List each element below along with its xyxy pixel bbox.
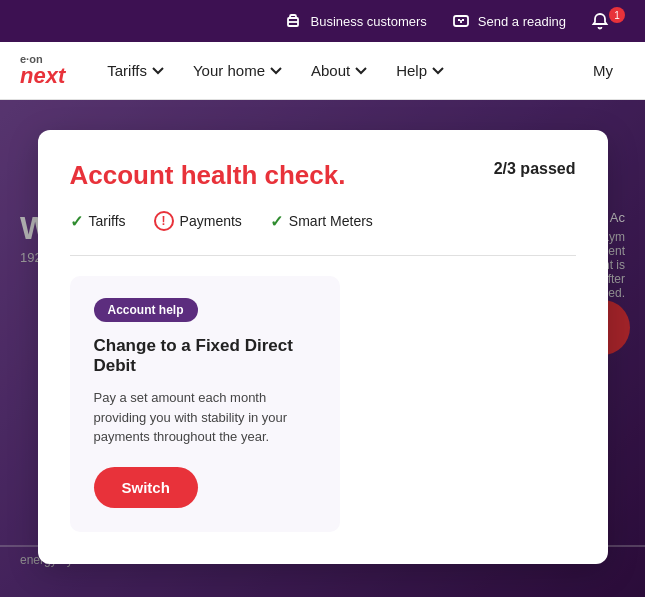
help-chevron-icon <box>431 64 445 78</box>
tariffs-label: Tariffs <box>107 62 147 79</box>
send-reading-label: Send a reading <box>478 14 566 29</box>
top-utility-bar: Business customers Send a reading 1 <box>0 0 645 42</box>
modal-score: 2/3 passed <box>494 160 576 178</box>
modal-header: Account health check. 2/3 passed <box>70 160 576 191</box>
account-help-card: Account help Change to a Fixed Direct De… <box>70 276 340 532</box>
modal-divider <box>70 255 576 256</box>
smart-meters-check-icon: ✓ <box>270 212 283 231</box>
business-customers-link[interactable]: Business customers <box>283 11 426 31</box>
nav-about[interactable]: About <box>299 54 380 87</box>
main-navigation: e·on next Tariffs Your home About Help M… <box>0 42 645 100</box>
logo[interactable]: e·on next <box>20 54 65 87</box>
card-title: Change to a Fixed Direct Debit <box>94 336 316 376</box>
check-smart-meters: ✓ Smart Meters <box>270 212 373 231</box>
bell-icon <box>590 11 610 31</box>
nav-your-home[interactable]: Your home <box>181 54 295 87</box>
tariffs-check-icon: ✓ <box>70 212 83 231</box>
my-label: My <box>593 62 613 79</box>
nav-items: Tariffs Your home About Help My <box>95 54 625 87</box>
logo-next-text: next <box>20 65 65 87</box>
about-label: About <box>311 62 350 79</box>
payments-check-label: Payments <box>180 213 242 229</box>
your-home-label: Your home <box>193 62 265 79</box>
tariffs-chevron-icon <box>151 64 165 78</box>
account-help-badge: Account help <box>94 298 198 322</box>
check-payments: ! Payments <box>154 211 242 231</box>
business-customers-label: Business customers <box>310 14 426 29</box>
about-chevron-icon <box>354 64 368 78</box>
notification-count: 1 <box>609 7 625 23</box>
briefcase-icon <box>283 11 303 31</box>
nav-my[interactable]: My <box>581 54 625 87</box>
send-reading-link[interactable]: Send a reading <box>451 11 566 31</box>
your-home-chevron-icon <box>269 64 283 78</box>
account-health-modal: Account health check. 2/3 passed ✓ Tarif… <box>38 130 608 564</box>
switch-button[interactable]: Switch <box>94 467 198 508</box>
modal-title: Account health check. <box>70 160 346 191</box>
help-label: Help <box>396 62 427 79</box>
payments-warning-icon: ! <box>154 211 174 231</box>
tariffs-check-label: Tariffs <box>89 213 126 229</box>
modal-checks: ✓ Tariffs ! Payments ✓ Smart Meters <box>70 211 576 231</box>
modal-overlay: Account health check. 2/3 passed ✓ Tarif… <box>0 100 645 597</box>
nav-help[interactable]: Help <box>384 54 457 87</box>
meter-icon <box>451 11 471 31</box>
smart-meters-check-label: Smart Meters <box>289 213 373 229</box>
card-description: Pay a set amount each month providing yo… <box>94 388 316 447</box>
notifications-link[interactable]: 1 <box>590 11 625 31</box>
check-tariffs: ✓ Tariffs <box>70 212 126 231</box>
nav-tariffs[interactable]: Tariffs <box>95 54 177 87</box>
